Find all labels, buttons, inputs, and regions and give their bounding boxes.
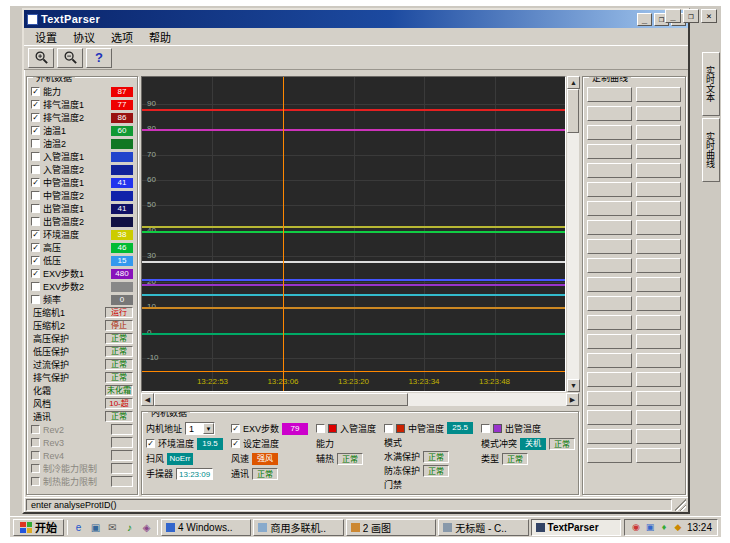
scroll-up-icon[interactable]: ▲ — [567, 76, 580, 89]
curve-slot[interactable] — [636, 106, 681, 121]
row-checkbox[interactable] — [481, 424, 490, 433]
horizontal-scroll-thumb[interactable] — [154, 393, 408, 406]
curve-slot[interactable] — [587, 277, 632, 292]
start-button[interactable]: 开始 — [13, 519, 64, 536]
task-button[interactable]: 无标题 - C.. — [438, 519, 528, 536]
curve-slot[interactable] — [636, 410, 681, 425]
title-bar[interactable]: TextParser _ ❐ × — [24, 10, 688, 28]
side-tab-1[interactable]: 实时曲线 — [702, 118, 720, 182]
row-checkbox[interactable]: ✓ — [31, 100, 40, 109]
menu-item-0[interactable]: 设置 — [27, 28, 65, 46]
menu-item-2[interactable]: 选项 — [103, 28, 141, 46]
resize-grip[interactable] — [674, 499, 686, 511]
quick-launch-icon-1[interactable]: ▣ — [88, 520, 103, 535]
curve-slot[interactable] — [587, 391, 632, 406]
menu-item-3[interactable]: 帮助 — [141, 28, 179, 46]
curve-slot[interactable] — [636, 258, 681, 273]
row-checkbox[interactable] — [31, 152, 40, 161]
curve-slot[interactable] — [636, 239, 681, 254]
row-checkbox[interactable]: ✓ — [31, 87, 40, 96]
curve-slot[interactable] — [587, 87, 632, 102]
row-checkbox[interactable]: ✓ — [231, 439, 240, 448]
vertical-scrollbar[interactable]: ▲ ▼ — [566, 76, 579, 392]
curve-slot[interactable] — [636, 429, 681, 444]
horizontal-scroll-track[interactable] — [408, 393, 566, 406]
row-checkbox[interactable] — [31, 477, 40, 486]
task-button[interactable]: TextParser — [531, 519, 621, 536]
row-checkbox[interactable]: ✓ — [31, 243, 40, 252]
row-checkbox[interactable]: ✓ — [31, 256, 40, 265]
curve-slot[interactable] — [587, 448, 632, 463]
row-checkbox[interactable] — [31, 295, 40, 304]
curve-slot[interactable] — [636, 201, 681, 216]
row-checkbox[interactable] — [31, 204, 40, 213]
indoor-address-select[interactable]: 1▼ — [185, 422, 215, 435]
side-tab-0[interactable]: 实时文本 — [702, 52, 720, 116]
curve-slot[interactable] — [587, 258, 632, 273]
quick-launch-icon-0[interactable]: e — [71, 520, 86, 535]
curve-slot[interactable] — [636, 391, 681, 406]
tray-icon-2[interactable]: ♦ — [658, 521, 670, 533]
curve-slot[interactable] — [587, 144, 632, 159]
row-checkbox[interactable] — [31, 451, 40, 460]
curve-slot[interactable] — [587, 182, 632, 197]
curve-slot[interactable] — [587, 353, 632, 368]
task-button[interactable]: 2 画图 — [346, 519, 436, 536]
scroll-left-icon[interactable]: ◀ — [141, 393, 154, 406]
zoom-in-button[interactable] — [28, 48, 54, 68]
curve-slot[interactable] — [587, 315, 632, 330]
quick-launch-icon-2[interactable]: ✉ — [105, 520, 120, 535]
quick-launch-icon-3[interactable]: ♪ — [122, 520, 137, 535]
row-checkbox[interactable]: ✓ — [31, 230, 40, 239]
row-checkbox[interactable] — [31, 217, 40, 226]
row-checkbox[interactable] — [31, 438, 40, 447]
scroll-right-icon[interactable]: ▶ — [566, 393, 579, 406]
row-checkbox[interactable] — [31, 191, 40, 200]
quick-launch-icon-4[interactable]: ◈ — [139, 520, 154, 535]
row-checkbox[interactable]: ✓ — [31, 269, 40, 278]
row-checkbox[interactable]: ✓ — [31, 126, 40, 135]
outer-minimize-icon[interactable]: _ — [665, 9, 681, 23]
help-button[interactable]: ? — [86, 48, 112, 68]
task-button[interactable]: 4 Windows.. — [161, 519, 251, 536]
scroll-down-icon[interactable]: ▼ — [567, 379, 580, 392]
outer-restore-icon[interactable]: ❐ — [683, 9, 699, 23]
curve-slot[interactable] — [587, 163, 632, 178]
row-checkbox[interactable] — [316, 424, 325, 433]
vertical-scroll-thumb[interactable] — [567, 89, 579, 133]
curve-slot[interactable] — [636, 87, 681, 102]
row-checkbox[interactable]: ✓ — [31, 113, 40, 122]
tray-icon-0[interactable]: ◉ — [630, 521, 642, 533]
curve-slot[interactable] — [587, 106, 632, 121]
curve-slot[interactable] — [636, 315, 681, 330]
curve-slot[interactable] — [636, 144, 681, 159]
outer-close-icon[interactable]: × — [701, 9, 717, 23]
curve-slot[interactable] — [587, 334, 632, 349]
row-checkbox[interactable] — [31, 464, 40, 473]
tray-icon-1[interactable]: ▣ — [644, 521, 656, 533]
curve-slot[interactable] — [636, 220, 681, 235]
task-button[interactable]: 商用多联机.. — [253, 519, 343, 536]
curve-slot[interactable] — [636, 163, 681, 178]
tray-icon-3[interactable]: ◆ — [672, 521, 684, 533]
row-checkbox[interactable]: ✓ — [146, 439, 155, 448]
curve-slot[interactable] — [636, 448, 681, 463]
row-checkbox[interactable]: ✓ — [231, 424, 240, 433]
zoom-out-button[interactable] — [57, 48, 83, 68]
horizontal-scrollbar[interactable]: ◀ ▶ — [141, 393, 579, 406]
vertical-scroll-track[interactable] — [567, 133, 579, 379]
curve-slot[interactable] — [636, 296, 681, 311]
row-checkbox[interactable]: ✓ — [31, 178, 40, 187]
curve-slot[interactable] — [587, 239, 632, 254]
curve-slot[interactable] — [587, 429, 632, 444]
curve-slot[interactable] — [636, 372, 681, 387]
curve-slot[interactable] — [587, 201, 632, 216]
menu-item-1[interactable]: 协议 — [65, 28, 103, 46]
curve-slot[interactable] — [587, 296, 632, 311]
curve-slot[interactable] — [636, 334, 681, 349]
plot-area[interactable]: 9080706050403020100-1013:22:5313:23:0613… — [141, 76, 566, 392]
curve-slot[interactable] — [636, 182, 681, 197]
minimize-icon[interactable]: _ — [637, 13, 652, 26]
curve-slot[interactable] — [587, 410, 632, 425]
row-checkbox[interactable] — [31, 165, 40, 174]
